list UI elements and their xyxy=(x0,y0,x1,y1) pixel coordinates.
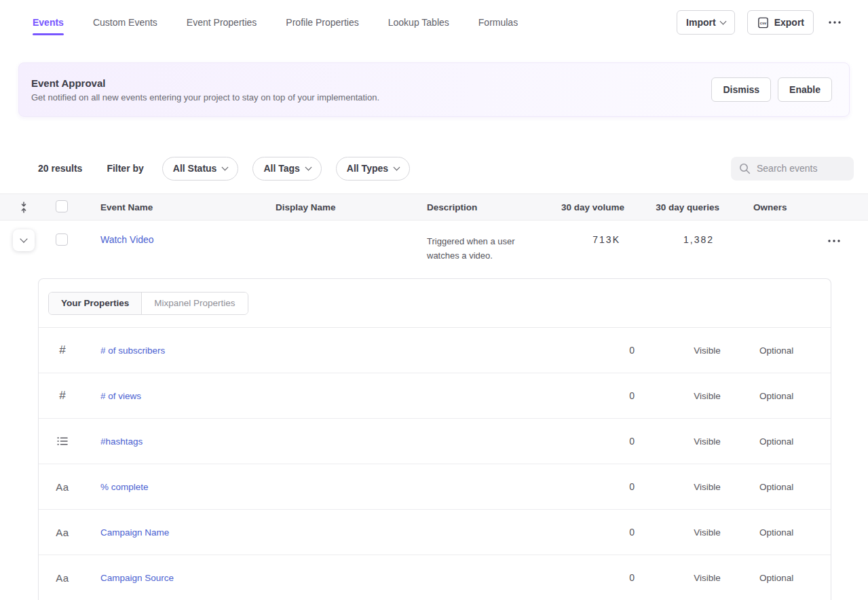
property-requirement: Optional xyxy=(759,573,831,583)
property-value: 0 xyxy=(580,345,635,356)
property-value: 0 xyxy=(580,527,635,538)
nav-actions: Import csv Export xyxy=(677,10,850,35)
tags-filter-dropdown[interactable]: All Tags xyxy=(252,157,321,181)
results-count: 20 results xyxy=(38,163,82,174)
property-visibility: Visible xyxy=(635,482,759,492)
search-icon xyxy=(739,163,751,174)
property-name-link[interactable]: #hashtags xyxy=(100,436,143,447)
property-requirement: Optional xyxy=(759,482,831,492)
event-name-link[interactable]: Watch Video xyxy=(100,234,154,245)
ellipsis-icon xyxy=(829,21,841,24)
property-value: 0 xyxy=(580,436,635,447)
chevron-down-icon xyxy=(20,235,27,242)
status-filter-label: All Status xyxy=(173,163,217,174)
list-icon xyxy=(39,436,86,446)
property-requirement: Optional xyxy=(759,527,831,538)
export-button-label: Export xyxy=(774,17,804,28)
csv-file-icon: csv xyxy=(757,16,770,29)
property-row: # # of subscribers 0 Visible Optional xyxy=(39,328,831,373)
property-name-link[interactable]: # of subscribers xyxy=(100,345,165,356)
property-visibility: Visible xyxy=(635,345,759,356)
tab-custom-events[interactable]: Custom Events xyxy=(93,0,157,45)
collapse-rows-icon[interactable] xyxy=(0,202,48,213)
properties-panel: Your Properties Mixpanel Properties # # … xyxy=(38,278,831,600)
tags-filter-label: All Tags xyxy=(263,163,299,174)
property-requirement: Optional xyxy=(759,436,831,447)
row-expander-button[interactable] xyxy=(13,229,35,251)
property-name-link[interactable]: Campaign Name xyxy=(100,527,169,538)
chevron-down-icon xyxy=(719,18,726,24)
row-more-button[interactable] xyxy=(825,236,843,246)
column-header-volume[interactable]: 30 day volume xyxy=(544,202,624,212)
property-name-link[interactable]: # of views xyxy=(100,391,141,401)
banner-actions: Dismiss Enable xyxy=(711,77,832,102)
property-visibility: Visible xyxy=(635,391,759,401)
filter-bar: 20 results Filter by All Status All Tags… xyxy=(0,156,868,181)
import-button[interactable]: Import xyxy=(677,10,735,35)
banner-description: Get notified on all new events entering … xyxy=(31,92,379,102)
row-checkbox[interactable] xyxy=(56,233,68,246)
properties-tab-strip: Your Properties Mixpanel Properties xyxy=(39,279,831,328)
ellipsis-icon xyxy=(828,240,840,242)
property-value: 0 xyxy=(580,481,635,492)
column-header-event-name[interactable]: Event Name xyxy=(87,202,262,212)
tab-profile-properties[interactable]: Profile Properties xyxy=(286,0,358,45)
tab-mixpanel-properties[interactable]: Mixpanel Properties xyxy=(141,293,247,314)
filter-dropdowns: All Status All Tags All Types xyxy=(162,157,410,181)
column-header-display-name[interactable]: Display Name xyxy=(262,202,413,212)
chevron-down-icon xyxy=(394,164,400,170)
tab-your-properties[interactable]: Your Properties xyxy=(49,293,141,314)
event-approval-banner: Event Approval Get notified on all new e… xyxy=(18,62,850,117)
property-visibility: Visible xyxy=(635,527,759,538)
chevron-down-icon xyxy=(305,164,312,170)
tab-events[interactable]: Events xyxy=(33,0,64,45)
property-row: Aa Campaign Name 0 Visible Optional xyxy=(39,510,831,555)
property-row: # # of views 0 Visible Optional xyxy=(39,373,831,419)
properties-tabs: Your Properties Mixpanel Properties xyxy=(48,292,248,315)
property-name-link[interactable]: % complete xyxy=(100,482,149,492)
tab-lookup-tables[interactable]: Lookup Tables xyxy=(388,0,449,45)
property-row: Aa Campaign Source 0 Visible Optional xyxy=(39,555,831,600)
property-requirement: Optional xyxy=(759,391,831,401)
types-filter-dropdown[interactable]: All Types xyxy=(336,157,410,181)
top-nav: Events Custom Events Event Properties Pr… xyxy=(0,0,868,45)
column-header-queries[interactable]: 30 day queries xyxy=(624,202,719,212)
property-value: 0 xyxy=(580,390,635,401)
hash-icon: # xyxy=(59,343,65,357)
property-visibility: Visible xyxy=(635,436,759,447)
column-header-description[interactable]: Description xyxy=(413,202,544,212)
hash-icon: # xyxy=(59,389,65,402)
volume-cell: 713K xyxy=(544,221,624,245)
search-input[interactable] xyxy=(757,163,845,174)
tab-formulas[interactable]: Formulas xyxy=(478,0,518,45)
types-filter-label: All Types xyxy=(347,163,388,174)
property-requirement: Optional xyxy=(759,345,831,356)
nav-more-button[interactable] xyxy=(826,17,844,28)
events-table-header: Event Name Display Name Description 30 d… xyxy=(0,193,868,221)
column-header-owners[interactable]: Owners xyxy=(719,202,814,212)
property-visibility: Visible xyxy=(635,573,759,583)
svg-text:csv: csv xyxy=(759,20,766,24)
tab-event-properties[interactable]: Event Properties xyxy=(187,0,257,45)
banner-text: Event Approval Get notified on all new e… xyxy=(31,77,379,102)
banner-title: Event Approval xyxy=(31,77,379,89)
enable-button[interactable]: Enable xyxy=(778,77,832,102)
search-box[interactable] xyxy=(731,157,854,181)
text-icon: Aa xyxy=(56,481,69,493)
chevron-down-icon xyxy=(222,164,229,170)
property-row: #hashtags 0 Visible Optional xyxy=(39,419,831,464)
text-icon: Aa xyxy=(56,572,69,584)
dismiss-button[interactable]: Dismiss xyxy=(711,77,771,102)
nav-tabs: Events Custom Events Event Properties Pr… xyxy=(33,0,518,45)
export-button[interactable]: csv Export xyxy=(747,10,814,35)
table-row-watch-video: Watch Video Triggered when a user watche… xyxy=(0,221,868,278)
select-all-checkbox[interactable] xyxy=(56,200,68,212)
text-icon: Aa xyxy=(56,527,69,538)
property-value: 0 xyxy=(580,572,635,583)
property-name-link[interactable]: Campaign Source xyxy=(100,573,174,583)
status-filter-dropdown[interactable]: All Status xyxy=(162,157,239,181)
queries-cell: 1,382 xyxy=(624,221,719,245)
property-row: Aa % complete 0 Visible Optional xyxy=(39,464,831,510)
description-cell: Triggered when a user watches a video. xyxy=(413,221,544,263)
import-button-label: Import xyxy=(686,17,716,28)
